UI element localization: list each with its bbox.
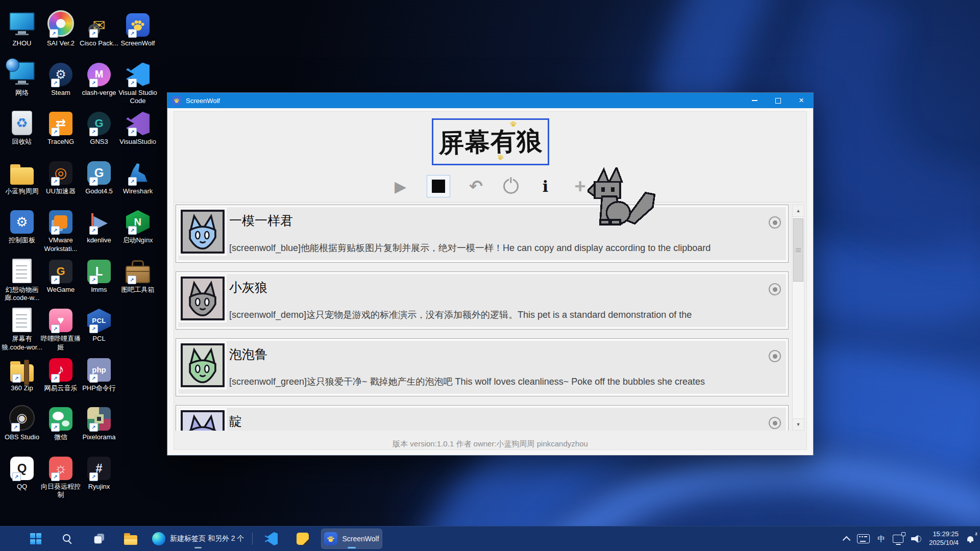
pet-row[interactable]: 一模一样君[screenwolf_blue]他能根据剪贴板图片复制并展示，绝对一… [176, 205, 789, 263]
desktop-icon-lmms[interactable]: L↗lmms [77, 254, 121, 294]
notes-taskbar-button[interactable] [289, 529, 316, 549]
desktop-icon-zhou[interactable]: ZHOU [0, 7, 44, 48]
desktop-icon-steam[interactable]: ⚙↗Steam [39, 57, 83, 97]
desktop-icon-netease-music[interactable]: ♪↗网易云音乐 [39, 352, 83, 393]
desktop-icon-wechat[interactable]: ↗微信 [39, 401, 83, 442]
desktop-icon-ryujinx[interactable]: #↗Ryujinx [77, 450, 121, 491]
desktop-icon-control-panel[interactable]: ⚙控制面板 [0, 204, 44, 245]
desktop-icon-wireshark[interactable]: ↗Wireshark [116, 155, 160, 196]
stop-button[interactable] [427, 175, 450, 197]
desktop-icon-bilibili-live[interactable]: ♥↗哔哩哔哩直播姬 [39, 303, 83, 352]
desktop-icon-nginx-start[interactable]: N↗启动Nginx [116, 204, 160, 245]
touch-keyboard-icon[interactable] [857, 534, 870, 543]
info-button[interactable]: i [537, 175, 554, 197]
scroll-down-button[interactable]: ▼ [793, 418, 804, 430]
desktop-icon-screenwolf-workspace[interactable]: 屏幕有狼.code-wor... [0, 303, 44, 352]
desktop-icon-label: QQ [17, 483, 27, 491]
desktop-icon-screenwolf[interactable]: ↗ScreenWolf [116, 7, 160, 48]
desktop-icon-traceng[interactable]: ⇄↗TraceNG [39, 106, 83, 146]
desktop-icon-gns3[interactable]: G↗GNS3 [77, 106, 121, 146]
cisco-packet-tracer-icon: ✉↗ [87, 7, 111, 37]
desktop-icon-fantasy-gallery-workspace[interactable]: 幻想动物画廊.code-w... [0, 254, 44, 303]
wireshark-icon: ↗ [126, 155, 150, 185]
desktop-icon-sai[interactable]: ↗SAI Ver.2 [39, 7, 83, 48]
pet-select-radio[interactable] [769, 417, 781, 429]
desktop-icon-recycle-bin[interactable]: ♻回收站 [0, 106, 44, 146]
pet-select-radio[interactable] [769, 350, 781, 362]
desktop-icon-network[interactable]: 网络 [0, 57, 44, 97]
pet-row[interactable]: 泡泡鲁[screenwolf_green]这只狼爱干净~ 戳掉她产生的泡泡吧 T… [176, 338, 789, 396]
search-button[interactable] [54, 529, 81, 549]
desktop-icon-cisco-packet-tracer[interactable]: ✉↗Cisco Pack... [77, 7, 121, 48]
shortcut-arrow-icon: ↗ [12, 374, 21, 383]
desktop-icon-tuba-toolbox[interactable]: ↗图吧工具箱 [116, 254, 160, 294]
maximize-button[interactable] [766, 93, 790, 108]
desktop-icon-qq[interactable]: Q↗QQ [0, 450, 44, 491]
task-view-button[interactable] [86, 529, 112, 549]
pet-select-radio[interactable] [769, 283, 781, 295]
toolbar: ▶↶i+ [167, 174, 813, 198]
pet-select-radio[interactable] [769, 216, 781, 229]
vscode-icon: ↗ [126, 57, 150, 86]
start-button[interactable] [22, 529, 49, 549]
windows-logo-icon [30, 533, 41, 544]
task-view-icon [93, 533, 105, 544]
desktop-icon-label: 启动Nginx [122, 236, 153, 245]
ime-indicator[interactable]: 中 [877, 534, 885, 544]
power-button[interactable] [502, 175, 520, 197]
desktop-icon-label: PHP命令行 [82, 384, 116, 393]
pet-description: [screenwolf_demo]这只宠物是游戏的标准演示，没有添加额外的逻辑。… [229, 309, 770, 321]
clock[interactable]: 15:29:25 2025/10/4 [929, 530, 959, 547]
gns3-icon: G↗ [87, 106, 111, 135]
desktop-icon-clash-verge[interactable]: M↗clash-verge [77, 57, 121, 97]
pet-name: 一模一样君 [229, 212, 293, 229]
pixel-wolf-mascot [587, 167, 660, 226]
php-cli-icon: php↗ [87, 352, 111, 382]
file-explorer-button[interactable] [117, 529, 144, 549]
minimize-button[interactable] [743, 93, 766, 108]
desktop-icon-visualstudio[interactable]: ↗VisualStudio [116, 106, 160, 146]
desktop-icon-kdenlive[interactable]: ▶↗kdenlive [77, 204, 121, 245]
desktop-icon-uu-booster[interactable]: ◎↗UU加速器 [39, 155, 83, 196]
sunlogin-icon: ☼↗ [49, 450, 72, 480]
desktop-icon-label: Wireshark [123, 187, 153, 196]
pet-row[interactable]: 小灰狼[screenwolf_demo]这只宠物是游戏的标准演示，没有添加额外的… [176, 271, 789, 330]
edge-taskbar-button[interactable]: 新建标签页 和另外 2 个 [149, 529, 247, 549]
add-button[interactable]: + [572, 175, 589, 197]
desktop-icon-php-cli[interactable]: php↗PHP命令行 [77, 352, 121, 393]
desktop-icon-wegame[interactable]: G↗WeGame [39, 254, 83, 294]
desktop-icon-vmware-workstation[interactable]: ↗VMware Workstati... [39, 204, 83, 254]
close-button[interactable]: × [790, 93, 813, 108]
desktop-icon-vscode[interactable]: ↗Visual Studio Code [116, 57, 160, 106]
edge-window-label: 新建标签页 和另外 2 个 [170, 534, 244, 543]
desktop-icon-pcl[interactable]: PCL↗PCL [77, 303, 121, 343]
vscode-taskbar-button[interactable] [258, 529, 284, 549]
desktop-icon-obs-studio[interactable]: ◉↗OBS Studio [0, 401, 44, 442]
desktop-icon-sunlogin[interactable]: ☼↗向日葵远程控制 [39, 450, 83, 500]
shortcut-arrow-icon: ↗ [128, 226, 137, 235]
scroll-up-button[interactable]: ▲ [793, 205, 804, 217]
nginx-start-icon: N↗ [126, 204, 150, 234]
pet-avatar [181, 277, 225, 320]
desktop-icon-godot[interactable]: G↗Godot4.5 [77, 155, 121, 196]
focus-assist-bell-icon[interactable]: z [966, 535, 975, 543]
desktop-icon-xiaolangou-folder[interactable]: 小蓝狗周周 [0, 155, 44, 196]
window-titlebar[interactable]: ScreenWolf × [167, 93, 813, 108]
network-icon[interactable] [893, 535, 903, 543]
zhou-icon [9, 7, 35, 37]
tray-date: 2025/10/4 [929, 539, 959, 547]
tray-chevron-up-icon[interactable] [843, 536, 851, 544]
screenwolf-taskbar-button[interactable]: ScreenWolf [321, 529, 382, 549]
pet-row[interactable]: 靛 [176, 405, 789, 431]
desktop-icon-pixelorama[interactable]: ↗Pixelorama [77, 401, 121, 442]
network-icon [9, 57, 35, 86]
shortcut-arrow-icon: ↗ [89, 29, 98, 38]
play-button[interactable]: ▶ [392, 175, 409, 197]
desktop-icon-label: Steam [51, 89, 70, 97]
scrollbar-thumb[interactable] [793, 218, 803, 282]
desktop-icon-360-zip[interactable]: ↗360 Zip [0, 352, 44, 393]
volume-icon[interactable] [911, 535, 921, 543]
shortcut-arrow-icon: ↗ [51, 423, 60, 432]
scrollbar[interactable]: ▲ ▼ [792, 205, 804, 431]
undo-button[interactable]: ↶ [468, 175, 485, 197]
